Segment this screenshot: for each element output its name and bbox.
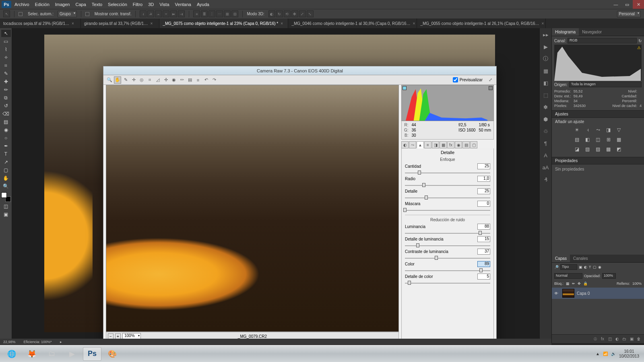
hue-icon[interactable]: ▤ [574,136,581,143]
slider-value[interactable]: 0 [477,201,490,207]
zoom-in-button[interactable]: + [115,333,121,339]
volume-icon[interactable]: 🔊 [611,352,616,356]
hsl-tab-icon[interactable]: ≡ [424,141,431,148]
rotate-cw-icon[interactable]: ↷ [211,76,218,84]
doc-tab[interactable]: _MG_0055 como objeto inteligente-1 al 26… [417,19,546,28]
cr-histogram[interactable] [401,85,494,121]
dodge-tool-icon[interactable]: ○ [1,134,11,142]
canal-dropdown[interactable]: RGB [568,38,637,43]
stamp-tool-icon[interactable]: ⧉ [1,94,11,101]
lock-move-icon[interactable]: ✥ [578,282,581,286]
dist-icon[interactable]: ⊞ [224,10,231,17]
adjustments-header[interactable]: Ajustes [552,110,644,118]
minimize-button[interactable]: — [610,0,621,9]
grad-filter-icon[interactable]: ▤ [186,76,194,84]
lumcontraste-slider[interactable] [405,255,490,260]
color-panel-icon[interactable]: ◧ [542,79,550,87]
3d-icon[interactable]: ✥ [291,10,298,17]
move-tool-icon[interactable]: ↖ [3,10,10,17]
snapshots-tab-icon[interactable]: ▢ [470,141,477,148]
threshold-icon[interactable]: ▨ [594,146,602,153]
zoom-tool-icon[interactable]: 🔍 [106,76,113,84]
channel-mixer-icon[interactable]: ⊞ [605,136,612,143]
exposure-icon[interactable]: ◨ [605,126,612,134]
marquee-tool-icon[interactable]: ▭ [1,38,11,45]
opacity-input[interactable]: 100% [602,273,616,279]
filter-type[interactable]: Tipo [560,264,577,270]
actions-panel-icon[interactable]: ♲ [542,127,550,135]
network-icon[interactable]: 📶 [603,352,608,356]
basic-tab-icon[interactable]: ◐ [401,141,409,148]
brush-tool-icon[interactable]: ✏ [1,86,11,93]
lock-pixels-icon[interactable]: ▦ [566,282,570,286]
dist-icon[interactable]: ⋯ [216,10,223,17]
zoom-level[interactable]: 22,98% [3,340,16,344]
slider-value[interactable]: 25 [477,188,490,194]
zoom-out-button[interactable]: − [108,333,114,339]
doc-tab[interactable]: girando sepia.tif al 33,7% (RGB/1…× [81,19,159,28]
target-dropdown[interactable]: Grupo [58,11,77,17]
visibility-icon[interactable]: 👁 [554,291,560,296]
heal-tool-icon[interactable]: ✚ [1,78,11,85]
character-panel-icon[interactable]: A [542,151,550,159]
doc-tab[interactable]: _MG_0046 como objeto inteligente-1 al 30… [288,19,417,28]
shape-tool-icon[interactable]: ▢ [1,167,11,174]
explorer-button[interactable]: 🗂 [43,347,61,361]
3d-icon[interactable]: ⤢ [299,10,306,17]
dist-icon[interactable]: ≣ [201,10,208,17]
selective-color-icon[interactable]: ◩ [615,146,623,153]
quickmask-icon[interactable]: ◫ [1,203,11,210]
close-icon[interactable]: × [542,21,544,26]
fx-tab-icon[interactable]: fx [447,141,454,148]
slider-value[interactable]: 37 [477,249,490,255]
detail-tab-icon[interactable]: ▲ [417,141,424,148]
histogram-tab[interactable]: Histograma [552,28,579,36]
straighten-tool-icon[interactable]: ◿ [154,76,161,84]
workspace-dropdown[interactable]: Personal [617,11,641,17]
camera-tab-icon[interactable]: ◉ [455,141,462,148]
align-icon[interactable]: ⫡ [147,10,154,17]
bw-icon[interactable]: ◧ [584,136,591,143]
vibrance-icon[interactable]: ▽ [615,126,623,134]
curves-icon[interactable]: ⤳ [594,126,602,134]
menu-seleccion[interactable]: Selección [108,2,127,7]
type-tool-icon[interactable]: T [1,150,11,158]
menu-filtro[interactable]: Filtro [133,2,142,7]
info-panel-icon[interactable]: ⓘ [542,55,550,63]
target-adjust-icon[interactable]: ◎ [138,76,145,84]
slider-value[interactable]: 5 [477,274,490,280]
preview-checkbox[interactable] [453,77,458,82]
filter-icon[interactable]: ◉ [598,265,601,269]
close-icon[interactable]: × [72,21,77,26]
3d-icon[interactable]: ⤡ [307,10,314,17]
align-icon[interactable]: ⫠ [155,10,162,17]
close-icon[interactable]: × [150,21,156,26]
layer-thumbnail[interactable] [562,289,574,298]
radio-slider[interactable] [405,182,490,187]
menu-texto[interactable]: Texto [92,2,102,7]
prefs-icon[interactable]: ≡ [194,76,202,84]
close-icon[interactable]: × [281,21,285,26]
navigator-tab[interactable]: Navegador [579,28,605,36]
gradient-map-icon[interactable]: ▩ [605,146,612,153]
redeye-tool-icon[interactable]: ◉ [170,76,178,84]
3d-icon[interactable]: ◐ [268,10,275,17]
menu-archivo[interactable]: Archivo [14,2,29,7]
crop-tool-icon[interactable]: ⌗ [1,62,11,69]
mascara-slider[interactable] [405,207,490,212]
blend-mode-dropdown[interactable]: Normal [554,273,582,279]
color-lookup-icon[interactable]: ▦ [615,136,623,143]
color-sampler-icon[interactable]: ✛ [130,76,137,84]
filter-icon[interactable]: T [589,265,591,269]
close-button[interactable]: ✕ [633,0,644,9]
filter-icon[interactable]: ◐ [584,265,587,269]
paragraphs-panel-icon[interactable]: ¶ [542,139,550,147]
character-styles-icon[interactable]: ₰ [542,175,550,183]
dialog-titlebar[interactable]: Camera Raw 7.3 - Canon EOS 400D Digital [103,66,496,75]
align-icon[interactable]: ⫣ [178,10,185,17]
mediaplayer-button[interactable]: ▶ [63,347,81,361]
link-icon[interactable]: ⦾ [592,337,598,341]
detalle-slider[interactable] [405,194,490,200]
3d-icon[interactable]: ⟲ [284,10,291,17]
posterize-icon[interactable]: ▧ [584,146,591,153]
